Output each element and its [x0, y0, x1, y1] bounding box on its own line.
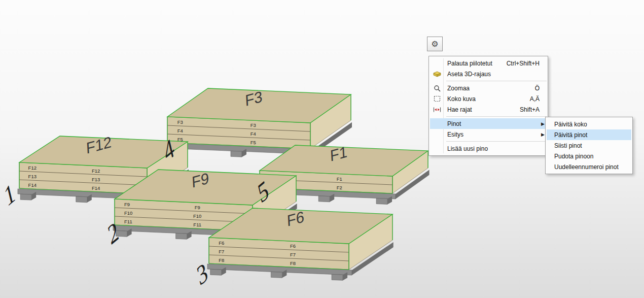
layer-label: F9 — [124, 202, 130, 207]
layer-label: F2 — [337, 185, 342, 190]
submenu-arrow-icon: ▶ — [541, 121, 545, 126]
menu-item-label: Aseta 3D-rajaus — [447, 71, 491, 78]
menu-item-esitys[interactable]: Esitys ▶ — [430, 129, 547, 140]
submenu-item-pudota-pinoon[interactable]: Pudota pinoon — [547, 151, 631, 161]
layer-label: F4 — [251, 131, 256, 137]
layer-label: F11 — [124, 219, 132, 224]
layer-label: F6 — [290, 243, 296, 249]
layer-label: F13 — [28, 174, 37, 179]
menu-item-label: Zoomaa — [447, 85, 470, 92]
menu-item-label: Päivitä koko — [554, 121, 587, 128]
bounds-arrows-icon — [432, 107, 442, 113]
menu-item-aseta-3d-rajaus[interactable]: Aseta 3D-rajaus — [430, 69, 547, 79]
layer-label: F7 — [290, 252, 296, 257]
magnifier-icon — [432, 85, 442, 92]
menu-separator — [430, 140, 547, 143]
menu-item-shortcut: Shift+A — [520, 106, 543, 113]
menu-separator — [430, 115, 547, 118]
layer-label: F13 — [92, 177, 100, 182]
submenu-arrow-icon: ▶ — [541, 132, 545, 137]
layer-label: F11 — [193, 222, 201, 227]
menu-separator — [430, 79, 547, 83]
menu-item-palauta-piilotetut[interactable]: Palauta piilotetut Ctrl+Shift+H — [430, 58, 547, 69]
layer-label: F8 — [219, 257, 224, 263]
layer-label: F3 — [251, 122, 256, 128]
menu-item-label: Pinot — [447, 120, 461, 127]
gear-icon: ⚙ — [431, 39, 438, 49]
menu-item-label: Siisti pinot — [554, 142, 582, 149]
3d-clip-box-icon — [432, 71, 442, 77]
layer-label: F7 — [219, 249, 224, 254]
menu-item-label: Pudota pinoon — [554, 153, 593, 160]
layer-label: F12 — [28, 165, 37, 171]
menu-item-shortcut: A,Ä — [530, 95, 543, 103]
submenu-item-paivita-pinot[interactable]: Päivitä pinot — [547, 129, 631, 140]
layer-label: F4 — [177, 128, 183, 134]
menu-item-label: Lisää uusi pino — [447, 145, 488, 152]
menu-item-label: Esitys — [447, 131, 463, 138]
layer-label: F5 — [251, 140, 256, 145]
layer-label: F3 — [177, 119, 183, 125]
layer-label: F1 — [337, 176, 342, 182]
context-menu: Palauta piilotetut Ctrl+Shift+H Aseta 3D… — [428, 56, 548, 156]
settings-gear-button[interactable]: ⚙ — [427, 37, 443, 51]
submenu-item-uudelleennumeroi-pinot[interactable]: Uudelleennumeroi pinot — [547, 161, 631, 172]
layer-label: F9 — [195, 205, 200, 210]
layer-label: F6 — [219, 240, 224, 246]
menu-item-label: Uudelleennumeroi pinot — [554, 163, 619, 171]
menu-item-shortcut: Ö — [535, 85, 543, 92]
menu-item-koko-kuva[interactable]: Koko kuva A,Ä — [430, 93, 547, 104]
menu-item-shortcut: Ctrl+Shift+H — [507, 60, 543, 67]
pinot-submenu: Päivitä koko Päivitä pinot Siisti pinot … — [545, 117, 633, 174]
menu-item-label: Hae rajat — [447, 106, 472, 113]
menu-item-zoomaa[interactable]: Zoomaa Ö — [430, 83, 547, 93]
menu-item-label: Päivitä pinot — [554, 131, 587, 139]
layer-label: F14 — [28, 182, 37, 188]
menu-item-hae-rajat[interactable]: Hae rajat Shift+A — [430, 104, 547, 115]
layer-label: F10 — [193, 213, 201, 219]
layer-label: F14 — [92, 185, 100, 191]
layer-label: F12 — [92, 168, 100, 174]
layer-label: F8 — [290, 260, 296, 266]
menu-item-label: Palauta piilotetut — [447, 60, 492, 67]
submenu-item-paivita-koko[interactable]: Päivitä koko — [547, 119, 631, 129]
menu-item-lisaa-uusi-pino[interactable]: Lisää uusi pino — [430, 143, 547, 154]
submenu-item-siisti-pinot[interactable]: Siisti pinot — [547, 140, 631, 151]
fit-view-icon — [432, 95, 442, 102]
layer-label: F10 — [124, 210, 132, 216]
menu-item-label: Koko kuva — [447, 95, 476, 103]
menu-item-pinot[interactable]: Pinot ▶ — [430, 118, 547, 129]
position-number: 1 — [0, 178, 19, 211]
